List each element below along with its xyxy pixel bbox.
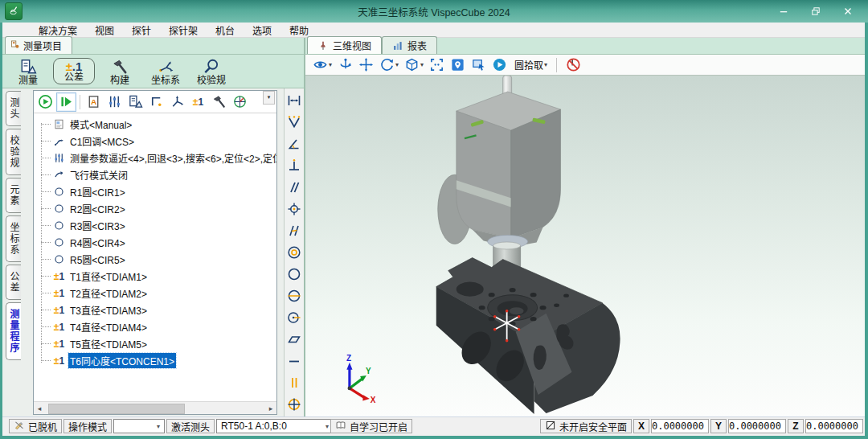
tree-toolbar-run-button[interactable] <box>35 92 55 112</box>
tree-row-4[interactable]: 飞行模式关闭 <box>34 166 276 183</box>
scrollbar-thumb[interactable] <box>48 404 185 414</box>
tolerance-parallelism-button[interactable] <box>286 179 302 195</box>
scroll-left-arrow[interactable]: ◂ <box>34 404 45 412</box>
ribbon-measure-button[interactable]: 测量 <box>7 55 49 88</box>
view-toolbar-orbit-button[interactable] <box>338 57 353 72</box>
tree-row-12[interactable]: ±1T3直径<TDIAM3> <box>34 302 276 318</box>
tab-report[interactable]: 报表 <box>382 36 437 54</box>
ribbon-tolerance-button[interactable]: ±.1公差 <box>53 58 95 84</box>
ribbon-construct-label: 构建 <box>110 76 129 86</box>
mode-select[interactable]: ▾ <box>113 419 165 433</box>
window-close-button[interactable] <box>841 4 855 18</box>
tree-row-13[interactable]: ±1T4直径<TDIAM4> <box>34 318 276 335</box>
tree-row-7-label: R3圆<CIR3> <box>68 218 127 233</box>
viewport-3d[interactable]: Z Y X <box>305 76 865 416</box>
tree-toolbar-tolerance-item-button[interactable]: ±1 <box>188 92 208 112</box>
sidebar-tab-element[interactable]: 元素 <box>6 178 21 213</box>
tree-toolbar-coordinate-item-button[interactable] <box>230 92 250 112</box>
tree-toolbar-construct-item-button[interactable] <box>209 92 229 112</box>
tree-row-5[interactable]: R1圆<CIR1> <box>34 183 276 200</box>
tree-toolbar-move-axes-button[interactable] <box>167 92 187 112</box>
view-toolbar-rotate-button[interactable]: ▾ <box>379 57 399 72</box>
tol-position-icon <box>286 396 302 412</box>
sidebar-tab-gauge[interactable]: 校验规 <box>6 129 21 175</box>
tolerance-straightness-button[interactable] <box>286 353 302 369</box>
sidebar-tab-probe[interactable]: 测头 <box>6 91 21 126</box>
tolerance-true-position-button[interactable] <box>286 201 302 217</box>
menu-item-6[interactable]: 选项 <box>244 22 280 39</box>
menu-item-4[interactable]: 探针架 <box>160 22 207 39</box>
tolerance-concentricity-button[interactable] <box>286 244 302 261</box>
tree-row-15[interactable]: ±1T6同心度<TCONCEN1> <box>34 352 276 369</box>
circle-icon <box>53 253 65 265</box>
view-toolbar-run-view-button[interactable] <box>492 57 507 72</box>
tree-row-3[interactable]: 测量参数逼近<4>,回退<3>,搜索<6>,定位<2>,定位加<2>,测 <box>34 150 276 166</box>
app-logo-icon[interactable] <box>5 2 23 20</box>
offline-status: 已脱机 <box>9 419 62 433</box>
view-toolbar-probe-disable-button[interactable] <box>566 57 581 72</box>
tolerance-angle-button[interactable] <box>286 136 302 152</box>
orientation-triad: Z Y X <box>346 354 376 404</box>
tolerance-flatness-button[interactable] <box>286 331 302 347</box>
menu-item-2[interactable]: 视图 <box>86 22 123 39</box>
window-restore-button[interactable] <box>809 4 823 18</box>
tree-row-10[interactable]: ±1T1直径<TDIAM1> <box>34 268 276 285</box>
sidebar-tab-program[interactable]: 测量程序 <box>6 302 21 360</box>
tree-toolbar-clearance-button[interactable] <box>146 92 166 112</box>
view-toolbar-box-select-button[interactable] <box>471 57 486 72</box>
tab-measure-project[interactable]: 测量项目 <box>5 36 72 54</box>
toolbar-overflow-button[interactable]: ▾ <box>263 91 275 105</box>
tolerance-runout-button[interactable] <box>286 310 302 326</box>
main-area: 测量项目 测量±.1公差构建坐标系校验规 测头校验规元素坐标系公差测量程序 A±… <box>2 38 865 416</box>
view-toolbar-locate-button[interactable] <box>450 57 465 72</box>
tolerance-symmetry-button[interactable] <box>286 375 302 391</box>
circle-icon <box>53 186 65 198</box>
tolerance-angle-between-button[interactable] <box>286 114 302 130</box>
program-tree: 模式<Manual>C1回调<MCS>测量参数逼近<4>,回退<3>,搜索<6>… <box>34 113 276 401</box>
compass-icon <box>232 94 248 109</box>
tree-row-14[interactable]: ±1T5直径<TDIAM5> <box>34 335 276 352</box>
tree-toolbar-auto-label-button[interactable]: A <box>84 92 104 112</box>
tab-view3d[interactable]: 三维视图 <box>307 36 382 54</box>
tolerance-circularity-button[interactable] <box>286 266 302 282</box>
tree-toolbar-step-run-button[interactable] <box>56 92 76 112</box>
ribbon-construct-button[interactable]: 构建 <box>99 55 141 88</box>
tolerance-symmetry-plane-button[interactable] <box>286 288 302 304</box>
menu-item-3[interactable]: 探针 <box>123 22 160 39</box>
view-toolbar-view-cube-button[interactable]: ▾ <box>404 57 424 72</box>
tolerance-angularity-button[interactable] <box>286 223 302 239</box>
view-toolbar-view-visibility-button[interactable]: ▾ <box>313 57 332 72</box>
offline-icon <box>14 420 25 431</box>
tol-target-icon <box>286 201 302 217</box>
tree-row-8[interactable]: R4圆<CIR4> <box>34 234 276 251</box>
scroll-right-arrow[interactable]: ▸ <box>265 404 276 412</box>
tree-row-6[interactable]: R2圆<CIR2> <box>34 200 276 217</box>
probe-select[interactable]: RT50-1 A:0,B:0 ▾ <box>216 419 334 433</box>
ribbon-gauge-button[interactable]: 校验规 <box>190 55 232 88</box>
scrollbar-track[interactable] <box>45 403 265 413</box>
sidebar-tab-coordinate[interactable]: 坐标系 <box>6 215 21 262</box>
tree-row-7[interactable]: R3圆<CIR3> <box>34 217 276 234</box>
view-toolbar-pan-button[interactable] <box>358 57 374 72</box>
sidebar-tab-tolerance[interactable]: 公差 <box>6 265 21 300</box>
tree-row-9[interactable]: R5圆<CIR5> <box>34 251 276 268</box>
tree-row-1[interactable]: 模式<Manual> <box>34 116 276 133</box>
tree-row-11[interactable]: ±1T2直径<TDIAM2> <box>34 285 276 302</box>
window-minimize-button[interactable] <box>776 4 791 18</box>
view-toolbar-zoom-fit-button[interactable] <box>429 57 444 72</box>
coord-z-label: Z <box>788 419 804 433</box>
menu-item-5[interactable]: 机台 <box>207 22 244 39</box>
tree-toolbar-parameters-button[interactable] <box>104 92 125 112</box>
tolerance-position-button[interactable] <box>286 396 302 412</box>
tree-horizontal-scrollbar[interactable]: ◂ ▸ <box>34 401 276 414</box>
status-right-group: 未开启安全平面 X0.0000000Y0.0000000Z0.0000000 <box>540 419 863 433</box>
tree-toolbar-measure-item-button[interactable] <box>125 92 145 112</box>
ribbon-gauge-label: 校验规 <box>197 76 226 86</box>
gauge-icon <box>203 58 220 76</box>
tolerance-distance-button[interactable] <box>286 92 302 109</box>
ribbon-coordinate-button[interactable]: 坐标系 <box>145 55 186 88</box>
tree-row-2[interactable]: C1回调<MCS> <box>34 133 276 150</box>
pm1-icon: ±1 <box>53 338 65 350</box>
tolerance-perpendicularity-button[interactable] <box>286 158 302 174</box>
view-toolbar-circle-pick-button[interactable]: 圆拾取▾ <box>513 58 547 72</box>
